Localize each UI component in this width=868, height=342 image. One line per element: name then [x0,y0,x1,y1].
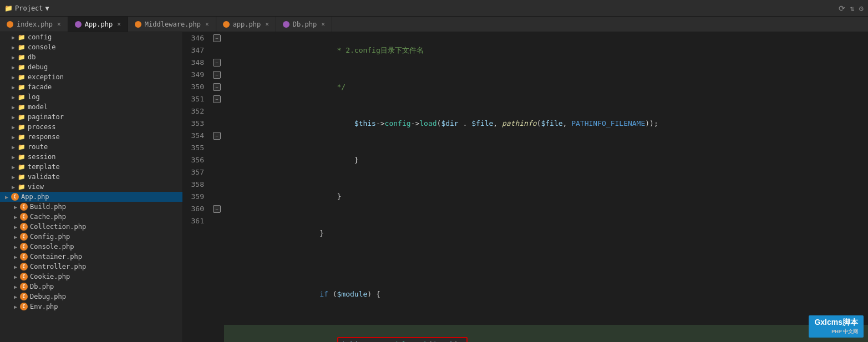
code-line-346: * 2.config目录下文件名 [224,32,868,69]
arrow-icon: ▶ [9,114,18,120]
file-label: Debug.php [30,293,66,300]
arrow-icon: ▶ [2,194,11,200]
settings-icon[interactable]: ⚙ [859,4,864,13]
folder-console[interactable]: ▶ 📁 console [0,42,182,52]
file-label: Cache.php [30,213,66,221]
file-c-icon: C [20,223,28,231]
file-label: Cookie.php [30,273,70,280]
folder-model[interactable]: ▶ 📁 model [0,102,182,112]
folder-icon: 📁 [4,4,13,12]
arrow-icon: ▶ [9,44,18,50]
file-c-icon: C [20,263,28,270]
arrow-icon: ▶ [9,74,18,80]
file-console-php[interactable]: ▶ C Console.php [0,242,182,252]
folder-debug[interactable]: ▶ 📁 debug [0,62,182,72]
folder-icon: 📁 [18,134,26,141]
folder-icon: 📁 [18,144,26,151]
gutter-icon-351[interactable]: − [213,95,221,103]
folder-icon: 📁 [18,164,26,171]
file-debug-php[interactable]: ▶ C Debug.php [0,292,182,302]
folder-label: db [28,53,35,61]
folder-session[interactable]: ▶ 📁 session [0,152,182,162]
file-build-php[interactable]: ▶ C Build.php [0,202,182,212]
file-cache-php[interactable]: ▶ C Cache.php [0,212,182,222]
gutter-icon-354[interactable]: − [213,132,221,140]
folder-paginator[interactable]: ▶ 📁 paginator [0,112,182,122]
file-collection-php[interactable]: ▶ C Collection.php [0,222,182,232]
file-c-icon: C [20,203,28,211]
file-label: Db.php [30,283,54,290]
folder-response[interactable]: ▶ 📁 response [0,132,182,142]
tab-icon-db [283,21,290,28]
arrow-icon: ▶ [9,134,18,140]
folder-label: model [28,103,48,111]
file-db-php[interactable]: ▶ C Db.php [0,282,182,292]
folder-icon: 📁 [18,114,26,121]
file-c-icon: C [20,293,28,300]
dropdown-icon[interactable]: ▼ [45,4,49,12]
tab-db[interactable]: Db.php ✕ [276,17,332,32]
close-tab-index[interactable]: ✕ [57,21,61,28]
folder-template-label: template [28,163,60,171]
folder-view[interactable]: ▶ 📁 view [0,182,182,192]
file-c-icon: C [20,243,28,251]
close-tab-app2[interactable]: ✕ [265,21,269,28]
folder-config[interactable]: ▶ 📁 config [0,32,182,42]
close-tab-middleware[interactable]: ✕ [205,21,209,28]
folder-db[interactable]: ▶ 📁 db [0,52,182,62]
arrow-icon: ▶ [9,144,18,150]
gutter-icon-346[interactable]: − [213,34,221,42]
watermark-subtitle: PHP 中文网 [814,328,858,335]
folder-template[interactable]: ▶ 📁 template [0,162,182,172]
file-config-php[interactable]: ▶ C Config.php [0,232,182,242]
tab-index[interactable]: index.php ✕ [0,17,68,32]
gutter-icon-350[interactable]: − [213,83,221,91]
file-controller-php[interactable]: ▶ C Controller.php [0,262,182,272]
folder-route[interactable]: ▶ 📁 route [0,142,182,152]
code-line-354: if ($module) { [224,276,868,313]
project-label[interactable]: 📁 Project ▼ [4,4,49,12]
folder-icon: 📁 [18,183,26,191]
tabs-bar: index.php ✕ App.php ✕ Middleware.php ✕ a… [0,17,868,32]
code-content: 346 347 348 349 350 351 352 353 354 355 … [183,32,868,342]
code-line-347: */ [224,69,868,105]
file-cookie-php[interactable]: ▶ C Cookie.php [0,272,182,282]
tab-app2[interactable]: app.php ✕ [216,17,276,32]
folder-process[interactable]: ▶ 📁 process [0,122,182,132]
sync-icon[interactable]: ⟳ [839,4,845,13]
folder-validate[interactable]: ▶ 📁 validate [0,172,182,182]
gutter-icon-360[interactable]: − [213,205,221,213]
folder-label: exception [28,73,64,81]
close-tab-app[interactable]: ✕ [117,21,121,28]
tab-app[interactable]: App.php ✕ [68,17,128,32]
folder-label: session [28,153,56,161]
watermark: Gxlcms脚本 PHP 中文网 [809,315,864,338]
gutter-icon-349[interactable]: − [213,71,221,79]
folder-icon: 📁 [18,74,26,81]
folder-config-label: config [28,33,52,41]
file-app-php[interactable]: ▶ C App.php [0,192,182,202]
close-tab-db[interactable]: ✕ [321,21,325,28]
arrow-icon: ▶ [11,244,20,250]
code-line-353 [224,264,868,276]
folder-label: response [28,133,60,141]
gutter: − − − − − − [211,32,222,342]
code-line-349: } [224,142,868,178]
folder-label: paginator [28,113,64,121]
arrow-icon: ▶ [9,154,18,160]
folder-label: validate [28,173,60,181]
folder-label: process [28,123,56,131]
gutter-icon-348[interactable]: − [213,59,221,67]
tab-middleware[interactable]: Middleware.php ✕ [128,17,216,32]
file-container-php[interactable]: ▶ C Container.php [0,252,182,262]
file-label: Env.php [30,303,58,310]
folder-exception[interactable]: ▶ 📁 exception [0,72,182,82]
folder-facade[interactable]: ▶ 📁 facade [0,82,182,92]
code-line-356: $this->setModulePath($path); [224,325,868,342]
file-env-php[interactable]: ▶ C Env.php [0,302,182,312]
folder-log[interactable]: ▶ 📁 log [0,92,182,102]
file-c-icon: C [20,283,28,290]
file-label: Collection.php [30,223,86,231]
arrow-icon: ▶ [9,84,18,90]
filter-icon[interactable]: ⇅ [850,4,854,13]
